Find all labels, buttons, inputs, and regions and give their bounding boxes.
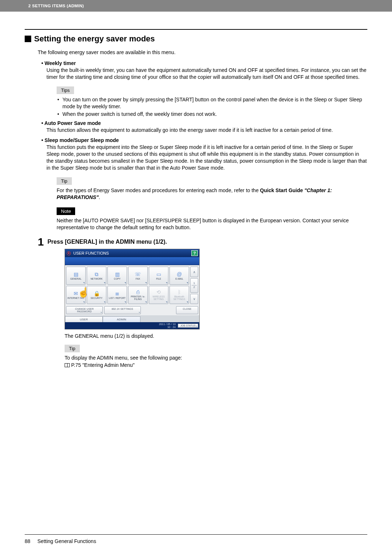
copy-icon: ▥ bbox=[115, 272, 120, 277]
wireless-icon: ⟲ bbox=[156, 289, 161, 295]
network-icon: ⧉ bbox=[95, 272, 98, 277]
device-toolbar bbox=[65, 257, 199, 265]
tip-body-pre: For the types of Energy Saver modes and … bbox=[57, 187, 260, 193]
breadcrumb-bar: 2 SETTING ITEMS (ADMIN) bbox=[0, 0, 392, 12]
device-lower-buttons: CHANGE USER PASSWORD 802.1X SETTINGS CLO… bbox=[65, 305, 199, 315]
device-body: ▤GENERAL ⧉NETWORK ▥COPY ☏FAX ▭FILE @E-MA… bbox=[65, 265, 199, 305]
step-number: 1 bbox=[38, 236, 44, 247]
tile-wireless[interactable]: ⟲WIRELESS SETTING bbox=[149, 286, 168, 304]
tip2-label: Tip bbox=[65, 345, 80, 352]
step-1-result: The GENERAL menu (1/2) is displayed. bbox=[65, 333, 367, 339]
section-rule bbox=[25, 29, 367, 30]
tile-copy[interactable]: ▥COPY bbox=[107, 267, 127, 285]
section-title: Setting the energy saver modes bbox=[34, 34, 155, 44]
page-indicator: 1 2 bbox=[190, 278, 198, 292]
bluetooth-icon: ᛒ bbox=[178, 289, 181, 295]
tile-general[interactable]: ▤GENERAL bbox=[66, 267, 86, 285]
tips-list: You can turn on the power by simply pres… bbox=[62, 96, 367, 118]
list-icon: ≣ bbox=[115, 291, 119, 296]
internet-fax-icon: ✉ bbox=[74, 291, 78, 296]
job-status-button[interactable]: JOB STATUS bbox=[178, 324, 198, 328]
footer-rule bbox=[25, 534, 367, 535]
file-icon: ▭ bbox=[156, 272, 161, 277]
breadcrumb-text: 2 SETTING ITEMS (ADMIN) bbox=[28, 4, 84, 8]
device-title: USER FUNCTIONS bbox=[73, 251, 109, 255]
bullet-auto-title: Auto Power Save mode bbox=[46, 120, 367, 126]
device-titlebar: ⦿ USER FUNCTIONS ? bbox=[65, 249, 199, 257]
section-intro: The following energy saver modes are ava… bbox=[38, 49, 367, 55]
change-password-button[interactable]: CHANGE USER PASSWORD bbox=[66, 306, 103, 314]
tip-item-2: When the power switch is turned off, the… bbox=[62, 111, 367, 118]
status-time: 10 : 24 bbox=[159, 326, 176, 329]
step-title: Press [GENERAL] in the ADMIN menu (1/2). bbox=[48, 239, 167, 245]
tip-item-1: You can turn on the power by simply pres… bbox=[62, 96, 367, 110]
section-title-row: Setting the energy saver modes bbox=[25, 34, 367, 44]
help-button[interactable]: ? bbox=[191, 250, 198, 256]
email-icon: @ bbox=[177, 272, 182, 277]
tip-ref-bold: Quick Start Guide bbox=[260, 187, 303, 193]
bullet-auto-body: This function allows the equipment to au… bbox=[46, 127, 367, 134]
page-number: 88 bbox=[25, 538, 30, 544]
book-icon bbox=[65, 363, 70, 367]
tab-user[interactable]: USER bbox=[65, 316, 103, 322]
tip-body: For the types of Energy Saver modes and … bbox=[57, 187, 367, 201]
tips-label: Tips bbox=[57, 86, 74, 94]
tile-list-report[interactable]: ≣LIST / REPORT bbox=[107, 286, 127, 304]
dot1x-settings-button[interactable]: 802.1X SETTINGS bbox=[104, 306, 141, 314]
device-panel: ⦿ USER FUNCTIONS ? ▤GENERAL ⧉NETWORK ▥CO… bbox=[65, 249, 200, 329]
tip-body-post: . bbox=[99, 194, 100, 200]
section-bullet-icon bbox=[25, 36, 31, 42]
device-statusbar: 2011 / 05 / 10 10 : 24 JOB STATUS bbox=[65, 322, 199, 329]
device-logo-icon: ⦿ bbox=[66, 251, 71, 256]
tile-email[interactable]: @E-MAIL bbox=[170, 267, 189, 285]
bullet-weekly-title: Weekly timer bbox=[46, 60, 367, 66]
tile-network[interactable]: ⧉NETWORK bbox=[87, 267, 106, 285]
pager: ∧ 1 2 ∨ bbox=[190, 267, 198, 304]
page-down-button[interactable]: ∨ bbox=[190, 294, 198, 304]
page-footer: 88 Setting General Functions bbox=[25, 534, 367, 544]
printer-icon: ⎙ bbox=[136, 289, 139, 295]
tip2-line1: To display the ADMIN menu, see the follo… bbox=[65, 355, 367, 362]
tip2-line2: P.75 "Entering Admin Menu" bbox=[65, 362, 367, 369]
footer-title: Setting General Functions bbox=[37, 538, 96, 544]
tile-fax[interactable]: ☏FAX bbox=[128, 267, 148, 285]
page-up-button[interactable]: ∧ bbox=[190, 267, 198, 277]
security-icon: 🔒 bbox=[94, 291, 100, 296]
tile-security[interactable]: 🔒SECURITY bbox=[87, 286, 106, 304]
general-icon: ▤ bbox=[74, 272, 78, 277]
tile-grid: ▤GENERAL ⧉NETWORK ▥COPY ☏FAX ▭FILE @E-MA… bbox=[66, 267, 189, 304]
close-button[interactable]: CLOSE bbox=[176, 306, 198, 314]
tab-admin[interactable]: ADMIN bbox=[103, 316, 140, 322]
tile-bluetooth[interactable]: ᛒBluetooth SETTINGS bbox=[170, 286, 189, 304]
fax-icon: ☏ bbox=[135, 272, 141, 277]
step-1-row: 1 Press [GENERAL] in the ADMIN menu (1/2… bbox=[38, 236, 367, 247]
bullet-sleep-title: Sleep mode/Super Sleep mode bbox=[46, 137, 367, 143]
note-body: Neither the [AUTO POWER SAVE] nor [SLEEP… bbox=[57, 217, 367, 231]
bullet-sleep-body: This function puts the equipment into th… bbox=[46, 144, 367, 171]
device-screenshot: ⦿ USER FUNCTIONS ? ▤GENERAL ⧉NETWORK ▥CO… bbox=[65, 249, 367, 329]
tile-file[interactable]: ▭FILE bbox=[149, 267, 168, 285]
tile-internet-fax[interactable]: ✉INTERNET FAX bbox=[66, 286, 86, 304]
bullet-weekly-body: Using the built-in weekly timer, you can… bbox=[46, 67, 367, 81]
tip-label: Tip bbox=[57, 177, 72, 185]
tile-printer-efiling[interactable]: ⎙PRINTER / e-FILING bbox=[128, 286, 148, 304]
tip2-body: To display the ADMIN menu, see the follo… bbox=[65, 355, 367, 369]
note-label: Note bbox=[57, 207, 75, 215]
device-tabs: USER ADMIN bbox=[65, 315, 199, 322]
